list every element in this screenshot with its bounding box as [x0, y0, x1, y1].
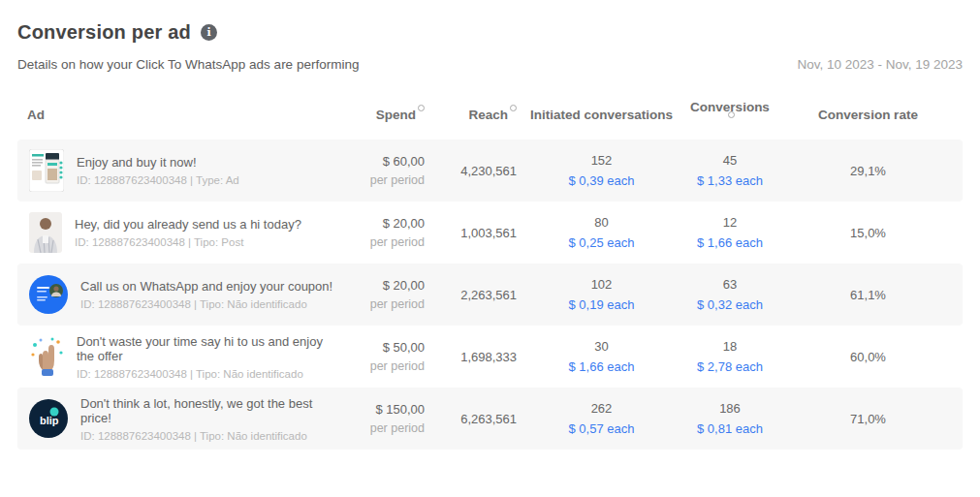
- initiated-cost-each: $ 0,57 each: [517, 421, 686, 436]
- conversion-rate-value: 61,1%: [774, 288, 963, 302]
- conversions-count: 12: [686, 215, 774, 230]
- table-row: Enjoy and buy it now! ID: 12888762340034…: [17, 140, 963, 202]
- ad-title: Call us on WhatsApp and enjoy your coupo…: [80, 279, 332, 294]
- info-circle-outline-icon[interactable]: [418, 105, 425, 111]
- spend-period: per period: [337, 359, 425, 373]
- conversion-rate-value: 15,0%: [774, 226, 963, 240]
- ad-thumbnail-blip-logo: blip: [29, 399, 68, 438]
- spend-period: per period: [337, 297, 425, 311]
- table-row: blip Don't think a lot, honestly, we got…: [17, 388, 963, 450]
- spend-period: per period: [337, 173, 425, 187]
- initiated-cost-each: $ 0,25 each: [517, 235, 686, 250]
- initiated-count: 262: [517, 401, 686, 416]
- column-header-initiated-conversations: Initiated conversations: [517, 108, 686, 122]
- reach-value: 2,263,561: [425, 288, 517, 302]
- initiated-count: 102: [517, 277, 686, 292]
- conversion-rate-value: 71,0%: [774, 412, 963, 426]
- conversions-count: 45: [686, 153, 774, 168]
- reach-value: 6,263,561: [425, 412, 517, 426]
- ad-meta: ID: 128887623400348 | Tipo: Não identifi…: [80, 430, 337, 442]
- table-row: Don't waste your time say hi to us and e…: [17, 326, 963, 388]
- spend-value: $ 20,00: [337, 278, 425, 293]
- ad-title: Don't waste your time say hi to us and e…: [77, 334, 337, 363]
- spend-value: $ 50,00: [337, 340, 425, 355]
- reach-value: 1,003,561: [425, 226, 517, 240]
- initiated-count: 152: [517, 153, 686, 168]
- conversions-count: 18: [686, 339, 774, 354]
- column-header-reach: Reach: [425, 108, 517, 122]
- blip-logo-text: blip: [40, 415, 59, 426]
- initiated-cost-each: $ 0,39 each: [517, 173, 686, 188]
- ad-meta: ID: 128887623400348 | Tipo: Não identifi…: [77, 368, 337, 380]
- spend-value: $ 60,00: [337, 154, 425, 169]
- panel-header: Conversion per ad i Details on how your …: [17, 21, 963, 72]
- spend-period: per period: [337, 421, 425, 435]
- ad-title: Enjoy and buy it now!: [77, 155, 239, 170]
- conversion-rate-value: 60,0%: [774, 350, 963, 364]
- reach-value: 4,230,561: [425, 164, 517, 178]
- initiated-cost-each: $ 0,19 each: [517, 297, 686, 312]
- ad-title: Don't think a lot, honestly, we got the …: [80, 396, 337, 425]
- spend-value: $ 20,00: [337, 216, 425, 231]
- ads-table: Ad Spend Reach Initiated conversations C…: [17, 95, 963, 450]
- ad-meta: ID: 128887623400348 | Tipo: Post: [75, 236, 301, 248]
- reach-value: 1,698,333: [425, 350, 517, 364]
- ad-title: Hey, did you already send us a hi today?: [75, 217, 301, 232]
- conversion-rate-value: 29,1%: [774, 164, 963, 178]
- initiated-count: 80: [517, 215, 686, 230]
- column-header-ad: Ad: [17, 108, 337, 122]
- conversions-cost-each: $ 2,78 each: [686, 359, 774, 374]
- date-range-label: Nov, 10 2023 - Nov, 19 2023: [797, 57, 963, 72]
- column-header-conversions: Conversions: [686, 100, 774, 129]
- info-circle-outline-icon[interactable]: [728, 111, 735, 118]
- spend-period: per period: [337, 235, 425, 249]
- initiated-count: 30: [517, 339, 686, 354]
- info-circle-outline-icon[interactable]: [510, 105, 517, 111]
- column-header-conversion-rate: Conversion rate: [774, 108, 963, 122]
- conversion-per-ad-panel: Conversion per ad i Details on how your …: [0, 0, 980, 497]
- column-header-spend: Spend: [337, 108, 425, 122]
- ad-thumbnail-blue-banner: [29, 275, 68, 314]
- ad-meta: ID: 128887623400348 | Tipo: Não identifi…: [80, 298, 332, 310]
- conversions-cost-each: $ 0,32 each: [686, 297, 774, 312]
- table-header-row: Ad Spend Reach Initiated conversations C…: [17, 95, 963, 134]
- conversions-count: 63: [686, 277, 774, 292]
- table-row: Hey, did you already send us a hi today?…: [17, 202, 963, 264]
- ad-thumbnail-person: [29, 212, 62, 253]
- conversions-cost-each: $ 1,33 each: [686, 173, 774, 188]
- ad-thumbnail-hand-confetti: [29, 337, 64, 376]
- spend-value: $ 150,00: [337, 402, 425, 417]
- info-icon[interactable]: i: [201, 24, 217, 41]
- ad-meta: ID: 128887623400348 | Type: Ad: [77, 174, 239, 186]
- table-row: Call us on WhatsApp and enjoy your coupo…: [17, 264, 963, 326]
- initiated-cost-each: $ 1,66 each: [517, 359, 686, 374]
- page-title: Conversion per ad: [17, 21, 191, 44]
- conversions-cost-each: $ 1,66 each: [686, 235, 774, 250]
- conversions-count: 186: [686, 401, 774, 416]
- ad-thumbnail-webpage: [29, 149, 64, 192]
- conversions-cost-each: $ 0,81 each: [686, 421, 774, 436]
